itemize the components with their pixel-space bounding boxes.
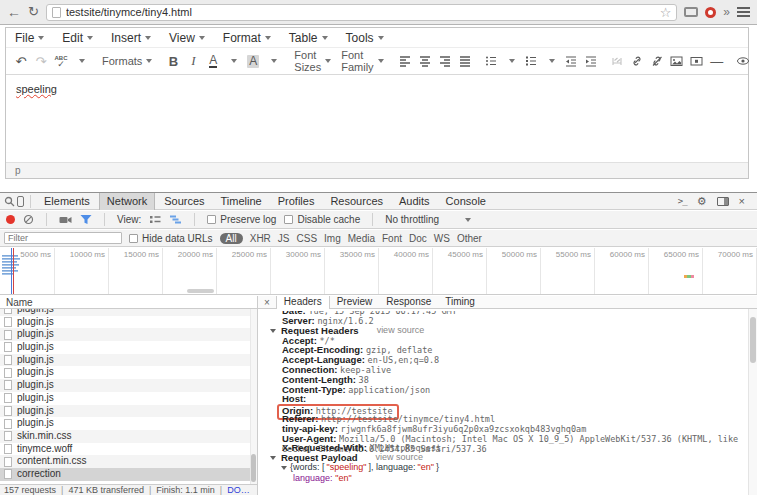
hide-data-urls-checkbox[interactable]: Hide data URLs <box>129 233 213 244</box>
filter-type-all[interactable]: All <box>220 233 243 244</box>
filter-type-font[interactable]: Font <box>382 233 402 244</box>
reload-icon[interactable]: ↻ <box>28 5 39 19</box>
request-row[interactable]: plugin.js <box>0 354 257 367</box>
menu-insert[interactable]: Insert <box>111 31 151 45</box>
url-text[interactable]: testsite/tinymce/tiny4.html <box>66 6 655 18</box>
request-row[interactable]: plugin.js <box>0 328 257 341</box>
request-row[interactable]: plugin.js <box>0 417 257 430</box>
preview-eye-icon[interactable] <box>733 50 753 72</box>
name-column-header[interactable]: Name <box>0 296 257 309</box>
extension-icon[interactable] <box>705 7 716 18</box>
filter-type-xhr[interactable]: XHR <box>250 233 271 244</box>
request-headers-section[interactable]: Request Headers view source <box>269 326 748 336</box>
browser-menu-icon[interactable] <box>737 5 750 19</box>
view-waterfall-icon[interactable] <box>169 214 182 225</box>
link-icon[interactable] <box>627 50 647 72</box>
scrollbar-thumb[interactable] <box>750 317 756 363</box>
redo-icon[interactable]: ↷ <box>31 50 51 72</box>
record-icon[interactable] <box>6 215 15 224</box>
background-color-dropdown-icon[interactable] <box>263 50 283 72</box>
request-list-scrollbar[interactable] <box>250 309 257 484</box>
close-devtools-icon[interactable]: × <box>739 195 745 207</box>
clear-icon[interactable] <box>23 214 34 225</box>
address-bar[interactable]: testsite/tinymce/tiny4.html ☆ <box>46 4 677 21</box>
menu-tools[interactable]: Tools <box>346 31 384 45</box>
filter-type-other[interactable]: Other <box>457 233 482 244</box>
text-color-dropdown-icon[interactable] <box>223 50 243 72</box>
request-row[interactable]: plugin.js <box>0 366 257 379</box>
network-overview-timeline[interactable]: 5000 ms 10000 ms 15000 ms 20000 ms 25000… <box>0 248 757 295</box>
element-path[interactable]: p <box>15 165 21 176</box>
request-row[interactable]: skin.min.css <box>0 430 257 443</box>
filter-type-img[interactable]: Img <box>324 233 341 244</box>
menu-file[interactable]: File <box>15 31 44 45</box>
align-left-icon[interactable] <box>395 50 415 72</box>
scrollbar-thumb[interactable] <box>251 454 256 482</box>
align-justify-icon[interactable] <box>455 50 475 72</box>
request-row-selected[interactable]: correction <box>0 468 257 481</box>
image-icon[interactable] <box>667 50 687 72</box>
view-source-link[interactable]: view source <box>377 326 425 336</box>
bookmark-star-icon[interactable]: ☆ <box>660 6 672 19</box>
text-color-button[interactable]: A <box>203 50 223 72</box>
tab-sources[interactable]: Sources <box>157 193 211 210</box>
menu-edit[interactable]: Edit <box>62 31 93 45</box>
tab-audits[interactable]: Audits <box>392 193 437 210</box>
align-right-icon[interactable] <box>435 50 455 72</box>
tab-preview[interactable]: Preview <box>330 296 380 309</box>
request-row[interactable]: plugin.js <box>0 405 257 418</box>
details-scrollbar[interactable] <box>748 309 757 495</box>
request-row[interactable]: content.min.css <box>0 455 257 468</box>
disable-cache-checkbox[interactable]: Disable cache <box>284 214 360 225</box>
overflow-icon[interactable]: » <box>723 5 730 19</box>
filter-type-doc[interactable]: Doc <box>409 233 427 244</box>
filter-type-media[interactable]: Media <box>348 233 375 244</box>
font-family-dropdown[interactable]: Font Family <box>336 50 388 72</box>
cast-icon[interactable] <box>684 7 698 17</box>
tab-resources[interactable]: Resources <box>323 193 390 210</box>
dock-side-icon[interactable] <box>717 197 729 206</box>
menu-format[interactable]: Format <box>223 31 271 45</box>
misspelled-word[interactable]: speeling <box>16 83 57 95</box>
undo-icon[interactable]: ↶ <box>11 50 31 72</box>
horizontal-scrollbar-thumb[interactable] <box>187 289 214 293</box>
filter-type-ws[interactable]: WS <box>434 233 450 244</box>
tab-network[interactable]: Network <box>99 193 155 210</box>
editor-content[interactable]: speeling <box>6 75 748 162</box>
throttling-dropdown[interactable]: No throttling <box>385 214 471 225</box>
align-center-icon[interactable] <box>415 50 435 72</box>
spellcheck-icon[interactable]: ABC✓ <box>51 50 71 72</box>
bullet-list-dropdown-icon[interactable] <box>501 50 521 72</box>
back-icon[interactable]: ← <box>7 5 21 19</box>
search-icon[interactable] <box>4 196 15 207</box>
menu-view[interactable]: View <box>169 31 205 45</box>
tab-console[interactable]: Console <box>439 193 493 210</box>
bold-button[interactable]: B <box>163 50 183 72</box>
disclosure-triangle-icon[interactable] <box>270 329 276 333</box>
request-row[interactable]: plugin.js <box>0 379 257 392</box>
request-row[interactable]: plugin.js <box>0 316 257 329</box>
device-mode-icon[interactable] <box>17 196 24 207</box>
media-icon[interactable] <box>687 50 707 72</box>
disclosure-triangle-icon[interactable] <box>281 466 287 470</box>
filter-type-js[interactable]: JS <box>278 233 290 244</box>
outdent-icon[interactable] <box>561 50 581 72</box>
bullet-list-icon[interactable] <box>481 50 501 72</box>
gear-icon[interactable]: ⚙ <box>697 195 707 208</box>
close-details-icon[interactable]: × <box>258 297 276 308</box>
view-list-icon[interactable] <box>149 214 161 225</box>
disclosure-triangle-icon[interactable] <box>270 456 276 460</box>
tab-elements[interactable]: Elements <box>37 193 97 210</box>
screenshot-camera-icon[interactable] <box>59 215 72 225</box>
tab-profiles[interactable]: Profiles <box>271 193 322 210</box>
tab-timing[interactable]: Timing <box>438 296 482 309</box>
filter-input[interactable] <box>4 232 122 244</box>
payload-object-preview[interactable]: {words: ["speeling"], language: "en"} <box>269 463 748 473</box>
request-row[interactable]: plugin.js <box>0 392 257 405</box>
font-sizes-dropdown[interactable]: Font Sizes <box>289 50 336 72</box>
indent-icon[interactable] <box>581 50 601 72</box>
numbered-list-icon[interactable] <box>521 50 541 72</box>
horizontal-rule-icon[interactable]: — <box>707 50 727 72</box>
tab-headers[interactable]: Headers <box>276 296 330 309</box>
spellcheck-dropdown-icon[interactable] <box>71 50 91 72</box>
